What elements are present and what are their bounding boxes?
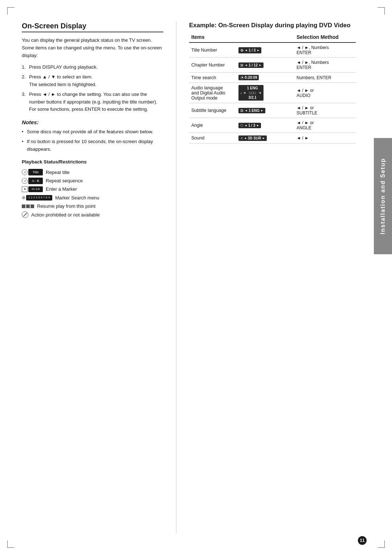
table-row: Angle ⬡ ◄ 1 / 3 ► ◄ / ► orANGLE — [189, 118, 356, 133]
corner-mark-tl — [7, 7, 15, 15]
item-title-number: Title Number — [189, 42, 236, 58]
corner-mark-br — [377, 540, 385, 548]
playback-item-repeat-seq: ↺ A - B Repeat sequence — [22, 177, 163, 185]
arrow-left: ◄ — [243, 91, 246, 94]
step-2-text: Press ▲ / ▼ to select an item.The select… — [29, 74, 97, 87]
step-3-text: Press ◄ / ► to change the setting. You c… — [29, 92, 157, 112]
item-subtitle: Subtitle language — [189, 103, 236, 118]
note-1-text: Some discs may not provide all of the fe… — [27, 129, 153, 134]
prohibited-text: Action prohibited or not available — [31, 211, 100, 219]
col-header-display — [236, 33, 294, 42]
badge-chapter-number: ▤ ◄ 1 / 12 ► — [236, 58, 294, 73]
arrow-left: ◄ — [245, 49, 248, 52]
badge-value: 3D SUR — [248, 136, 261, 140]
badge-title-number: ⊕ ◄ 1 / 3 ► — [236, 42, 294, 58]
arrow-right: ► — [262, 137, 265, 140]
selection-audio: ◄ / ► orAUDIO — [294, 83, 356, 103]
arrow-right: ► — [259, 64, 262, 67]
marker-search-badge: ·1 2 3 4 5 6 7 8 9· — [26, 195, 52, 200]
step-1-text: Press DISPLAY during playback. — [29, 64, 98, 70]
note-1: Some discs may not provide all of the fe… — [22, 128, 163, 136]
step-1: 1. Press DISPLAY during playback. — [22, 64, 163, 71]
intro-text: You can display the general playback sta… — [22, 37, 163, 59]
clock-icon: ◔ — [240, 76, 244, 80]
repeat-seq-text: Repeat sequence — [46, 177, 83, 185]
arrow-left: ◄ — [244, 124, 247, 127]
repeat-seq-disc-icon: ↺ — [22, 178, 28, 184]
left-section-title: On-Screen Display — [22, 22, 163, 32]
selection-subtitle: ◄ / ► orSUBTITLE — [294, 103, 356, 118]
playback-title: Playback Status/Restrictions — [22, 159, 163, 165]
badge-time-search: ◔ 0:20:09 — [236, 73, 294, 83]
selection-chapter: ◄ / ►, NumbersENTER — [294, 58, 356, 73]
arrow-left: ◄ — [244, 137, 247, 140]
prohibited-slash — [23, 213, 27, 217]
badge-value: 0:20:09 — [245, 76, 257, 80]
playback-list: ↺ Title Repeat title ↺ A - B Repeat sequ… — [22, 168, 163, 219]
arrow-right: ► — [261, 109, 264, 112]
badge-audio: ♪ ◄ 1 ENG□□□3/2.1 ► — [236, 83, 294, 103]
audio-icon: ♪ — [240, 91, 242, 95]
selection-text: ◄ / ► orAUDIO — [297, 88, 314, 98]
osd-badge-audio: ♪ ◄ 1 ENG□□□3/2.1 ► — [238, 85, 264, 101]
playback-item-marker-search: ⊕ ·1 2 3 4 5 6 7 8 9· Marker Search menu — [22, 194, 163, 202]
badge-value: 1 / 12 — [249, 63, 258, 67]
step-2-num: 2. — [22, 73, 26, 81]
arrow-right: ► — [256, 124, 259, 127]
table-row: Title Number ⊕ ◄ 1 / 3 ► ◄ / ►, NumbersE… — [189, 42, 356, 58]
osd-badge-chapter: ▤ ◄ 1 / 12 ► — [238, 62, 264, 68]
arrow-right: ► — [259, 91, 262, 94]
col-header-items: Items — [189, 33, 236, 42]
subtitle-icon: ▤ — [240, 109, 244, 112]
selection-title-number: ◄ / ►, NumbersENTER — [294, 42, 356, 58]
repeat-title-icon-wrap: ↺ Title — [22, 169, 43, 175]
step-3-num: 3. — [22, 91, 26, 98]
resume-bar-1 — [22, 204, 25, 208]
selection-text: ◄ / ►, NumbersENTER — [297, 60, 329, 70]
step-2: 2. Press ▲ / ▼ to select an item.The sel… — [22, 73, 163, 89]
side-tab-label: Installation and Setup — [380, 158, 386, 234]
repeat-seq-icon-wrap: ↺ A - B — [22, 178, 43, 184]
note-2: If no button is pressed for 10 seconds, … — [22, 138, 163, 153]
badge-angle: ⬡ ◄ 1 / 3 ► — [236, 118, 294, 133]
table-header-row: Items Selection Method — [189, 33, 356, 42]
resume-icon — [22, 204, 34, 208]
right-column: Example: On-Screen Display during playin… — [189, 22, 367, 533]
disc-icon: ⊕ — [240, 48, 244, 53]
chapter-icon: ▤ — [240, 63, 244, 67]
repeat-seq-badge: A - B — [28, 178, 43, 184]
selection-time: Numbers, ENTER — [294, 73, 356, 83]
item-audio: Audio languageand Digital AudioOutput mo… — [189, 83, 236, 103]
repeat-title-text: Repeat title — [46, 168, 70, 177]
badge-value: 1 / 3 — [249, 48, 256, 52]
selection-text: ◄ / ► orSUBTITLE — [297, 105, 317, 116]
prohibited-icon — [22, 211, 28, 218]
note-2-text: If no button is pressed for 10 seconds, … — [27, 139, 153, 152]
table-row: Audio languageand Digital AudioOutput mo… — [189, 83, 356, 103]
notes-list: Some discs may not provide all of the fe… — [22, 128, 163, 153]
osd-badge-subtitle: ▤ ◄ 1 ENG ► — [238, 108, 265, 113]
right-section-title-text: Example: On-Screen Display during playin… — [189, 22, 351, 29]
marker-flag-icon: ⚑ — [22, 186, 28, 192]
playback-item-resume: Resume play from this point — [22, 202, 163, 210]
playback-item-repeat-title: ↺ Title Repeat title — [22, 168, 163, 177]
marker-search-icon: ⊕ — [22, 194, 25, 202]
playback-item-marker: ⚑ #1·1/9 Enter a Marker — [22, 185, 163, 193]
selection-text: ◄ / ► orANGLE — [297, 120, 314, 130]
marker-search-icon-wrap: ⊕ ·1 2 3 4 5 6 7 8 9· — [22, 194, 52, 202]
angle-icon: ⬡ — [240, 123, 243, 127]
column-divider — [176, 22, 176, 533]
col-header-selection: Selection Method — [294, 33, 356, 42]
badge-value: 1 ENG — [249, 109, 260, 113]
osd-badge-sound: ♬ ◄ 3D SUR ► — [238, 135, 267, 141]
selection-text: ◄ / ►, NumbersENTER — [297, 45, 329, 55]
left-column: On-Screen Display You can display the ge… — [22, 22, 163, 533]
page: Installation and Setup On-Screen Display… — [0, 0, 392, 555]
selection-angle: ◄ / ► orANGLE — [294, 118, 356, 133]
osd-table: Items Selection Method Title Number ⊕ ◄ — [189, 33, 356, 143]
badge-value: 1 ENG□□□3/2.1 — [247, 86, 258, 100]
right-section-title: Example: On-Screen Display during playin… — [189, 22, 356, 29]
osd-badge-time: ◔ 0:20:09 — [238, 75, 259, 80]
arrow-left: ◄ — [245, 64, 248, 67]
step-1-num: 1. — [22, 64, 26, 71]
